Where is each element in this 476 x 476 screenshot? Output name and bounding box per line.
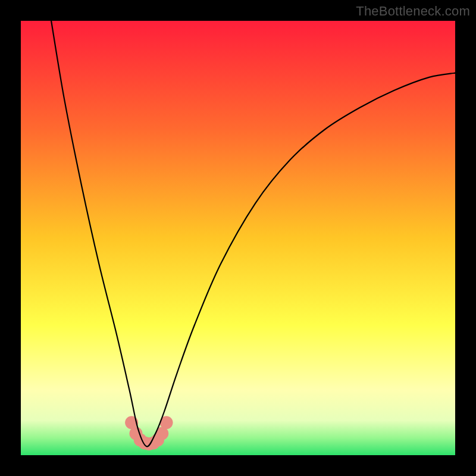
gradient-background bbox=[21, 21, 455, 455]
plot-area bbox=[21, 21, 455, 455]
chart-frame: TheBottleneck.com bbox=[0, 0, 476, 476]
plot-svg bbox=[21, 21, 455, 455]
watermark-text: TheBottleneck.com bbox=[356, 4, 470, 19]
